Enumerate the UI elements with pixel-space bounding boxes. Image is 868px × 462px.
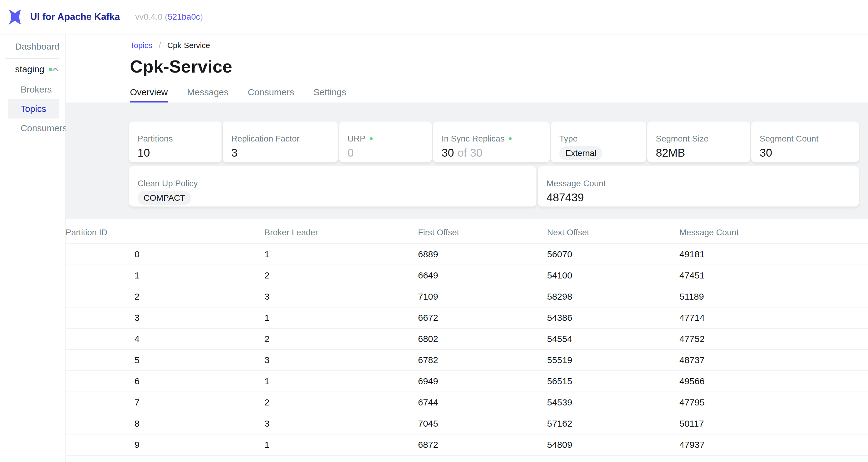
tab-label: Messages xyxy=(187,87,228,97)
metric-value: 487439 xyxy=(547,191,584,205)
cell-first-offset: 6744 xyxy=(418,392,547,413)
chevron-up-icon[interactable] xyxy=(52,67,59,72)
breadcrumb-separator: / xyxy=(159,41,161,50)
cell-partition-id: 4 xyxy=(66,328,265,349)
sidebar-item-dashboard[interactable]: Dashboard xyxy=(0,35,65,58)
cell-broker-leader: 3 xyxy=(265,413,418,434)
sidebar-item[interactable]: Topics xyxy=(8,99,59,119)
metric-card: In Sync Replicas 30 of 30 xyxy=(433,122,550,162)
cell-next-offset: 55519 xyxy=(547,349,679,371)
sidebar-cluster-toggle[interactable]: staging xyxy=(0,59,65,80)
top-header: UI for Apache Kafka vv0.4.0 (521ba0c) xyxy=(0,0,868,34)
table-row: 9 1 6872 54809 47937 xyxy=(66,434,868,455)
cell-broker-leader: 3 xyxy=(265,286,418,307)
metrics-row-2: Clean Up Policy COMPACT xyxy=(129,166,859,207)
cell-partition-id: 5 xyxy=(66,349,265,371)
metric-card: Clean Up Policy COMPACT xyxy=(129,166,536,207)
metric-label: Segment Size xyxy=(656,134,708,144)
cell-partition-id: 2 xyxy=(66,286,265,307)
table-column-header: Message Count xyxy=(679,219,868,244)
version-suffix: ) xyxy=(200,12,203,22)
cluster-name: staging xyxy=(15,64,44,74)
cell-first-offset: 6782 xyxy=(418,349,547,371)
metric-label: Replication Factor xyxy=(231,134,300,144)
breadcrumb: Topics / Cpk-Service xyxy=(130,40,868,50)
topic-tabs: Overview Messages Consumers Settings xyxy=(130,76,868,102)
cell-broker-leader: 1 xyxy=(265,307,418,328)
table-row: 2 3 7109 58298 51189 xyxy=(66,286,868,307)
tab-label: Overview xyxy=(130,87,168,97)
sidebar-item-label: Consumers xyxy=(21,123,67,133)
tab-label: Settings xyxy=(313,87,346,97)
metric-badge: External xyxy=(559,146,602,160)
table-column-header: Partition ID xyxy=(66,219,265,244)
cell-first-offset: 7045 xyxy=(418,413,547,434)
cell-message-count: 49566 xyxy=(679,371,868,392)
table-row: 7 2 6744 54539 47795 xyxy=(66,392,868,413)
metric-label: Message Count xyxy=(547,178,606,189)
cell-first-offset: 6802 xyxy=(418,328,547,349)
cell-message-count: 47795 xyxy=(679,392,868,413)
metric-value: 10 xyxy=(137,146,150,160)
cell-broker-leader: 3 xyxy=(265,349,418,371)
cell-next-offset: 54809 xyxy=(547,434,679,455)
metric-label: Type xyxy=(559,134,578,144)
app-screen: UI for Apache Kafka vv0.4.0 (521ba0c) Da… xyxy=(0,0,868,462)
cell-next-offset: 56515 xyxy=(547,371,679,392)
sidebar-cluster-items: Brokers Topics Consumers xyxy=(0,80,65,138)
metric-value: 0 xyxy=(347,146,354,160)
breadcrumb-topics-link[interactable]: Topics xyxy=(130,41,152,50)
page-title: Cpk-Service xyxy=(130,57,868,76)
cell-broker-leader: 2 xyxy=(265,328,418,349)
sidebar-item[interactable]: Consumers xyxy=(8,119,59,138)
metric-extra: of 30 xyxy=(458,146,483,160)
cell-next-offset: 56070 xyxy=(547,244,679,265)
cell-message-count: 47937 xyxy=(679,434,868,455)
metric-badge: COMPACT xyxy=(137,191,191,205)
metric-card: Replication Factor 3 xyxy=(223,122,338,162)
commit-hash-link[interactable]: 521ba0c xyxy=(168,12,200,22)
metric-label: Clean Up Policy xyxy=(137,178,198,189)
cell-message-count: 51189 xyxy=(679,286,868,307)
metric-value: 30 xyxy=(760,146,772,160)
metric-value: 82MB xyxy=(656,146,685,160)
cell-partition-id: 8 xyxy=(66,413,265,434)
cell-next-offset: 58298 xyxy=(547,286,679,307)
metric-label: Segment Count xyxy=(760,134,819,144)
table-row: 8 3 7045 57162 50117 xyxy=(66,413,868,434)
cell-message-count: 47714 xyxy=(679,307,868,328)
table-row: 3 1 6672 54386 47714 xyxy=(66,307,868,328)
metric-card: Partitions 10 xyxy=(129,122,221,162)
sidebar-item[interactable]: Brokers xyxy=(8,80,59,99)
cell-broker-leader: 1 xyxy=(265,371,418,392)
tab[interactable]: Settings xyxy=(313,87,346,102)
cell-next-offset: 57162 xyxy=(547,413,679,434)
cell-message-count: 47451 xyxy=(679,265,868,286)
sidebar-item-label: Brokers xyxy=(21,84,52,94)
metric-label: Partitions xyxy=(137,134,173,144)
table-body: 0 1 6889 56070 49181 1 2 6649 xyxy=(66,244,868,455)
sidebar: Dashboard staging Brokers Topics Consume… xyxy=(0,34,66,462)
cell-message-count: 47752 xyxy=(679,328,868,349)
cell-next-offset: 54100 xyxy=(547,265,679,286)
main-content: Topics / Cpk-Service Cpk-Service Overvie… xyxy=(66,34,868,462)
metric-status-dot-icon xyxy=(370,137,373,140)
partitions-table-section: Partition IDBroker LeaderFirst OffsetNex… xyxy=(66,219,868,456)
table-row: 4 2 6802 54554 47752 xyxy=(66,328,868,349)
app-logo-link[interactable]: UI for Apache Kafka xyxy=(7,8,120,26)
table-row: 5 3 6782 55519 48737 xyxy=(66,349,868,371)
metric-card: Type External xyxy=(551,122,646,162)
cell-next-offset: 54386 xyxy=(547,307,679,328)
tab[interactable]: Messages xyxy=(187,87,228,102)
tab[interactable]: Consumers xyxy=(248,87,294,102)
cluster-status-dot-icon xyxy=(49,68,52,71)
cell-broker-leader: 1 xyxy=(265,434,418,455)
metric-card: URP 0 xyxy=(339,122,432,162)
sidebar-item-label: Topics xyxy=(21,104,46,114)
cell-first-offset: 6889 xyxy=(418,244,547,265)
cell-message-count: 50117 xyxy=(679,413,868,434)
cell-partition-id: 6 xyxy=(66,371,265,392)
tab[interactable]: Overview xyxy=(130,87,168,102)
table-row: 1 2 6649 54100 47451 xyxy=(66,265,868,286)
table-row: 0 1 6889 56070 49181 xyxy=(66,244,868,265)
